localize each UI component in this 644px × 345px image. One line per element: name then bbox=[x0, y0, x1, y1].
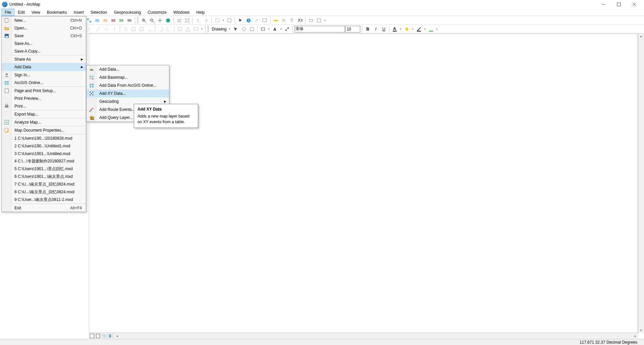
cut-polygon-icon[interactable] bbox=[103, 25, 110, 33]
rotate-elements-icon[interactable] bbox=[240, 25, 248, 33]
menu-bookmarks[interactable]: Bookmarks bbox=[44, 9, 70, 16]
find-icon[interactable] bbox=[280, 17, 287, 24]
back-icon[interactable] bbox=[195, 17, 202, 24]
recent-file[interactable]: 4 C:\...\专题图制作20180927.mxd bbox=[2, 157, 86, 165]
scroll-right-icon[interactable]: ▸ bbox=[633, 333, 638, 339]
maximize-button[interactable] bbox=[611, 0, 627, 9]
menu-item-save-a-copy[interactable]: Save A Copy... bbox=[2, 47, 86, 55]
marker-color-icon[interactable] bbox=[427, 25, 435, 33]
submenu-item-add-basemap[interactable]: Add Basemap... bbox=[87, 73, 169, 81]
data-view-icon[interactable] bbox=[89, 333, 95, 339]
menu-item-sign-in[interactable]: Sign In... bbox=[2, 71, 86, 79]
scroll-up-icon[interactable]: ▴ bbox=[639, 33, 644, 39]
menu-item-export-map[interactable]: Export Map... bbox=[2, 110, 86, 118]
select-dropdown-icon[interactable]: ▾ bbox=[222, 17, 225, 24]
vertical-scrollbar[interactable]: ▴ ▾ bbox=[638, 33, 644, 333]
undo-icon[interactable] bbox=[157, 25, 164, 33]
menu-windows[interactable]: Windows bbox=[170, 9, 193, 16]
recent-file[interactable]: 6 C:\Users\1901...\南京景点.mxd bbox=[2, 173, 86, 181]
underline-icon[interactable]: U bbox=[380, 25, 387, 33]
recent-file[interactable]: 3 C:\Users\1901...\Untitled.mxd bbox=[2, 150, 86, 157]
tool-4-icon[interactable] bbox=[110, 17, 117, 24]
menu-item-arcgis-online[interactable]: ArcGIS Online... bbox=[2, 79, 86, 86]
line-color-icon[interactable] bbox=[415, 25, 423, 33]
reshape-icon[interactable] bbox=[95, 25, 102, 33]
zoom-to-sel-icon[interactable] bbox=[248, 25, 256, 33]
shape-dropdown-icon[interactable]: ▾ bbox=[267, 25, 271, 33]
menu-customize[interactable]: Customize bbox=[144, 9, 170, 16]
menu-item-analyze-map[interactable]: Analyze Map... bbox=[2, 118, 86, 126]
edit-vertices-draw-icon[interactable] bbox=[283, 25, 291, 33]
minimize-button[interactable] bbox=[596, 0, 611, 9]
submenu-item-add-data-from-arcgis-online[interactable]: Add Data From ArcGIS Online... bbox=[87, 81, 169, 89]
marker-color-dropdown-icon[interactable]: ▾ bbox=[435, 25, 439, 33]
menu-help[interactable]: Help bbox=[193, 9, 208, 16]
clear-selection-icon[interactable] bbox=[226, 17, 233, 24]
text-dropdown-icon[interactable]: ▾ bbox=[279, 25, 283, 33]
drawing-label[interactable]: Drawing bbox=[211, 27, 227, 31]
menu-view[interactable]: View bbox=[28, 9, 44, 16]
fixed-zoom-out-icon[interactable] bbox=[183, 17, 191, 24]
line-color-dropdown-icon[interactable]: ▾ bbox=[423, 25, 427, 33]
split-icon[interactable] bbox=[111, 25, 118, 33]
recent-file[interactable]: 7 C:\U...\南京景点_回忆0824.mxd bbox=[2, 181, 86, 188]
menu-geoprocessing[interactable]: Geoprocessing bbox=[110, 9, 144, 16]
menu-item-open[interactable]: Open...Ctrl+O bbox=[2, 24, 86, 32]
italic-icon[interactable]: I bbox=[372, 25, 379, 33]
sketch-icon[interactable] bbox=[138, 25, 145, 33]
submenu-item-add-data[interactable]: Add Data... bbox=[87, 65, 169, 73]
rectangle-icon[interactable] bbox=[259, 25, 267, 33]
topology-dropdown-icon[interactable]: ▾ bbox=[200, 25, 204, 33]
select-elements-icon[interactable] bbox=[232, 25, 239, 33]
html-popup-icon[interactable] bbox=[261, 17, 268, 24]
menu-item-page-and-print-setup[interactable]: Page and Print Setup... bbox=[2, 87, 86, 94]
tool-3-icon[interactable] bbox=[102, 17, 109, 24]
menu-item-add-data[interactable]: Add Data▶ bbox=[2, 63, 86, 71]
menu-exit[interactable]: Exit Alt+F4 bbox=[2, 204, 86, 212]
forward-icon[interactable] bbox=[203, 17, 210, 24]
menu-edit[interactable]: Edit bbox=[14, 9, 28, 16]
recent-file[interactable]: 8 C:\U...\南京景点_回忆0824.mxd bbox=[2, 188, 86, 196]
font-color-icon[interactable]: A bbox=[391, 25, 398, 33]
identify-icon[interactable]: i bbox=[245, 17, 252, 24]
tool-2-icon[interactable] bbox=[94, 17, 101, 24]
text-icon[interactable]: A bbox=[271, 25, 279, 33]
fill-color-dropdown-icon[interactable]: ▾ bbox=[411, 25, 415, 33]
hyperlink-icon[interactable] bbox=[253, 17, 260, 24]
bold-icon[interactable]: B bbox=[364, 25, 371, 33]
create-viewer-icon[interactable] bbox=[315, 17, 323, 24]
menu-item-save-as[interactable]: Save As... bbox=[2, 40, 86, 47]
refresh-icon[interactable] bbox=[101, 333, 107, 339]
pan-icon[interactable] bbox=[156, 17, 164, 24]
scroll-left-icon[interactable]: ◂ bbox=[114, 333, 120, 339]
map-canvas[interactable] bbox=[89, 33, 638, 333]
font-size-select[interactable] bbox=[345, 26, 360, 32]
recent-file[interactable]: 9 C:\User...\南京景点0811-2.mxd bbox=[2, 196, 86, 204]
menu-item-new[interactable]: New...Ctrl+N bbox=[2, 16, 86, 24]
tool-1-icon[interactable] bbox=[86, 17, 93, 24]
drawing-dropdown-icon[interactable]: ▾ bbox=[228, 25, 231, 33]
menu-item-print-preview[interactable]: Print Preview... bbox=[2, 94, 86, 102]
menu-selection[interactable]: Selection bbox=[87, 9, 110, 16]
menu-item-save[interactable]: SaveCtrl+S bbox=[2, 32, 86, 40]
toolbar-grip[interactable] bbox=[137, 17, 139, 24]
tool-6-icon[interactable] bbox=[126, 17, 133, 24]
edit-vertices-icon[interactable] bbox=[87, 25, 94, 33]
edit-topology-icon[interactable] bbox=[192, 25, 200, 33]
menu-insert[interactable]: Insert bbox=[70, 9, 87, 16]
tool-5-icon[interactable] bbox=[118, 17, 125, 24]
measure-icon[interactable] bbox=[272, 17, 279, 24]
edit-annotation-icon[interactable] bbox=[146, 25, 153, 33]
select-elements-icon[interactable] bbox=[237, 17, 244, 24]
attributes-icon[interactable] bbox=[130, 25, 137, 33]
goto-xy-icon[interactable]: XY bbox=[296, 17, 304, 24]
menu-file[interactable]: File bbox=[1, 9, 14, 16]
zoom-out-icon[interactable] bbox=[148, 17, 156, 24]
edit-sketch-icon[interactable] bbox=[184, 25, 192, 33]
viewer-dropdown-icon[interactable]: ▾ bbox=[323, 17, 327, 24]
fill-color-icon[interactable] bbox=[403, 25, 411, 33]
recent-file[interactable]: 1 C:\Users\190...\20180928.mxd bbox=[2, 134, 86, 142]
select-features-icon[interactable] bbox=[214, 17, 221, 24]
font-color-dropdown-icon[interactable]: ▾ bbox=[399, 25, 402, 33]
redo-icon[interactable] bbox=[165, 25, 172, 33]
